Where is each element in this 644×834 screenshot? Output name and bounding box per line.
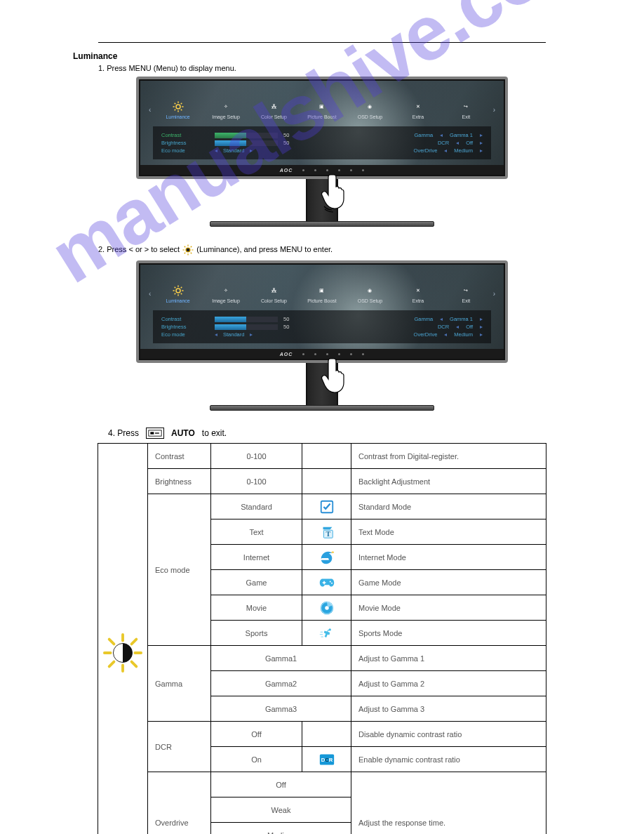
- table-row: Luminance Contrast 0-100 Contrast from D…: [98, 444, 546, 469]
- luminance-icon: [102, 442, 143, 835]
- tab-luminance[interactable]: Luminance: [154, 100, 201, 119]
- table-row: Brightness 0-100 Backlight Adjustment: [98, 469, 546, 494]
- tab-exit[interactable]: ↪Exit: [442, 100, 490, 119]
- svg-line-10: [109, 640, 114, 644]
- frame-icon: ▣: [298, 100, 346, 113]
- tool-icon: ✕: [394, 100, 442, 113]
- tab-extra[interactable]: ✕Extra: [394, 100, 442, 119]
- disc-icon: [302, 595, 351, 621]
- settings-table: Luminance Contrast 0-100 Contrast from D…: [98, 443, 546, 834]
- svg-line-13: [132, 640, 137, 644]
- table-row: Gamma Gamma1 Adjust to Gamma 1: [98, 646, 546, 671]
- monitor-1: ‹ Luminance ✧Image Setup ⁂Color Setup ▣P…: [136, 77, 508, 227]
- instruction-1: 1. Press MENU (Menu) to display menu.: [98, 64, 574, 72]
- section-title: Luminance: [73, 51, 117, 61]
- svg-point-18: [331, 551, 334, 552]
- dcr-icon: DCR: [302, 747, 351, 772]
- bezel-controls: AOC: [140, 165, 504, 175]
- tab-osd-setup[interactable]: ◉OSD Setup: [346, 100, 394, 119]
- table-row: Overdrive Off Adjust the response time.: [98, 772, 546, 797]
- runner-icon: [302, 621, 351, 646]
- osd-tabs: ‹ Luminance ✧Image Setup ⁂Color Setup ▣P…: [146, 100, 498, 119]
- button-dot[interactable]: [338, 169, 340, 171]
- setting-brightness[interactable]: Brightness 50 DCR ◂ Off ▸: [161, 140, 483, 146]
- chevron-right-icon: ›: [490, 106, 498, 114]
- text-icon: T: [302, 519, 351, 545]
- svg-point-19: [329, 581, 330, 582]
- setting-contrast[interactable]: Contrast 50 Gamma ◂ Gamma 1 ▸: [161, 132, 483, 138]
- svg-point-0: [176, 105, 180, 109]
- dots-icon: ⁂: [250, 100, 297, 113]
- svg-line-11: [132, 662, 137, 667]
- svg-line-12: [109, 662, 114, 667]
- arrow-right-icon[interactable]: ▸: [480, 132, 483, 138]
- top-rule: [98, 42, 546, 43]
- svg-rect-22: [323, 581, 325, 584]
- svg-point-20: [331, 582, 333, 583]
- button-dot[interactable]: [302, 169, 304, 171]
- auto-button-icon: [146, 428, 164, 439]
- globe-icon: ◉: [346, 100, 394, 113]
- instruction-2: 2. Press < or > to select (Luminance), a…: [98, 244, 574, 256]
- internet-icon: [302, 545, 351, 570]
- chevron-left-icon: ‹: [146, 106, 154, 114]
- brand-logo: AOC: [280, 168, 293, 173]
- table-row: Eco mode Standard Standard Mode: [98, 494, 546, 519]
- svg-rect-4: [150, 432, 154, 434]
- row-contrast-label: Contrast: [148, 444, 211, 469]
- button-dot[interactable]: [362, 169, 364, 171]
- brightness-icon: [154, 100, 201, 113]
- zoom-icon: ✧: [202, 100, 250, 113]
- caption-1: Luminance: [73, 51, 574, 61]
- svg-point-2: [176, 289, 180, 293]
- monitor-2: ‹ Luminance ✧Image Setup ⁂Color Setup ▣P…: [136, 260, 508, 411]
- button-dot[interactable]: [326, 169, 328, 171]
- tab-picture-boost[interactable]: ▣Picture Boost: [298, 100, 346, 119]
- button-dot[interactable]: [314, 169, 316, 171]
- check-icon: [302, 494, 351, 519]
- arrow-left-icon[interactable]: ◂: [440, 132, 443, 138]
- tab-color-setup[interactable]: ⁂Color Setup: [250, 100, 297, 119]
- svg-point-1: [186, 248, 190, 252]
- table-row: DCR Off Disable dynamic contrast ratio: [98, 722, 546, 747]
- osd-settings: Contrast 50 Gamma ◂ Gamma 1 ▸ Brightness: [153, 126, 491, 159]
- svg-text:T: T: [326, 530, 330, 538]
- gamepad-icon: [302, 570, 351, 595]
- page: manualshive.com Luminance 1. Press MENU …: [0, 0, 644, 834]
- button-dot[interactable]: [350, 169, 352, 171]
- instruction-3: 4. Press AUTO to exit.: [108, 428, 574, 439]
- setting-eco[interactable]: Eco mode ◂ Standard ▸ OverDrive ◂ Medium…: [161, 147, 483, 154]
- tab-image-setup[interactable]: ✧Image Setup: [202, 100, 250, 119]
- svg-text:DCR: DCR: [321, 757, 333, 763]
- exit-icon: ↪: [442, 100, 490, 113]
